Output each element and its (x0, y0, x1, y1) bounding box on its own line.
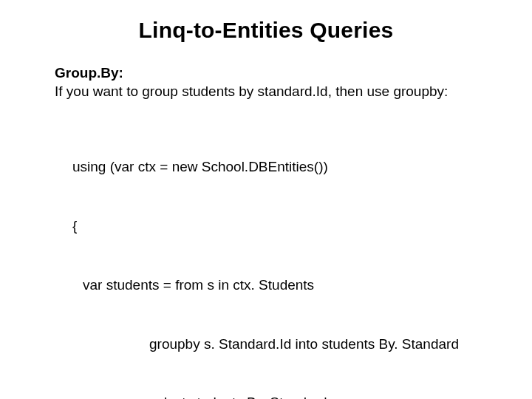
code-line: select students By. Standard; (72, 393, 477, 399)
body-text: Group.By: If you want to group students … (0, 64, 532, 399)
code-line: var students = from s in ctx. Students (72, 276, 477, 296)
slide-title: Linq-to-Entities Queries (0, 18, 532, 43)
slide: Linq-to-Entities Queries Group.By: If yo… (0, 18, 532, 399)
code-line: { (72, 216, 477, 236)
code-line: groupby s. Standard.Id into students By.… (72, 335, 477, 355)
code-block: using (var ctx = new School.DBEntities()… (55, 118, 477, 399)
section-description: If you want to group students by standar… (55, 82, 477, 100)
section-heading: Group.By: (55, 64, 477, 82)
code-line: using (var ctx = new School.DBEntities()… (72, 157, 477, 177)
